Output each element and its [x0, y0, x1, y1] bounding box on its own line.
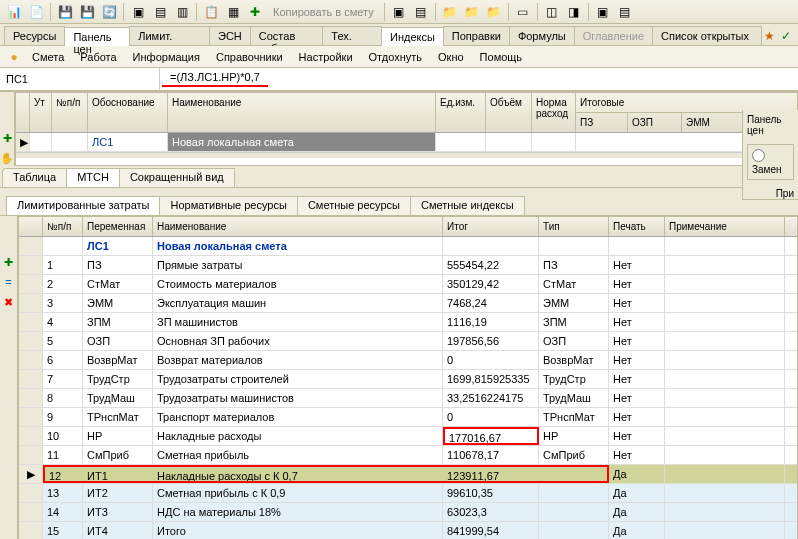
doc-icon[interactable]: 📄 [26, 2, 46, 22]
tab-formulas[interactable]: Формулы [509, 26, 575, 45]
menubar: ● Смета Работа Информация Справочники На… [0, 46, 798, 68]
cell-reference[interactable]: ПС1 [0, 68, 160, 90]
price-panel: Панель цен Замен При [742, 110, 798, 200]
formula-value[interactable]: =(ЛЗ.ЛС1.НР)*0,7 [162, 69, 268, 87]
tab-estimate-resources[interactable]: Сметные ресурсы [297, 196, 411, 215]
table-row[interactable]: 14 ИТ3 НДС на материалы 18% 63023,3 Да [19, 503, 797, 522]
lcol-pechat[interactable]: Печать [609, 217, 665, 236]
col-obosn[interactable]: Обоснование [88, 93, 168, 132]
star-icon[interactable]: ★ [761, 26, 778, 46]
price-panel-title: Панель цен [747, 114, 794, 136]
upper-grid-header: Ут №п/п Обоснование Наименование Ед.изм.… [16, 93, 798, 133]
equals-icon[interactable]: = [2, 276, 16, 290]
table-row[interactable]: 4 ЗПМ ЗП машинистов 1116,19 ЗПМ Нет [19, 313, 797, 332]
menu-window[interactable]: Окно [430, 49, 472, 65]
apply-button[interactable]: При [747, 188, 794, 199]
table-row[interactable]: 15 ИТ4 Итого 841999,54 Да [19, 522, 797, 539]
tab-open-windows[interactable]: Список открытых окон [652, 26, 762, 45]
lcol-tip[interactable]: Тип [539, 217, 609, 236]
col-ut[interactable]: Ут [30, 93, 52, 132]
add-icon[interactable]: ✚ [245, 2, 265, 22]
add-icon[interactable]: ✚ [2, 256, 16, 270]
extra2-icon[interactable]: ▤ [615, 2, 635, 22]
copy-to-estimate-label: Копировать в смету [267, 6, 380, 18]
table-row[interactable]: 8 ТрудМаш Трудозатраты машинистов 33,251… [19, 389, 797, 408]
lcol-naim[interactable]: Наименование [153, 217, 443, 236]
menu-info[interactable]: Информация [125, 49, 208, 65]
col-edizm[interactable]: Ед.изм. [436, 93, 486, 132]
col-pz[interactable]: ПЗ [576, 113, 628, 132]
col-npp[interactable]: №п/п [52, 93, 88, 132]
hand-icon[interactable]: ✋ [0, 152, 14, 166]
tab-price-panel[interactable]: Панель цен [64, 27, 130, 46]
table-row[interactable]: 1 ПЗ Прямые затраты 555454,22 ПЗ Нет [19, 256, 797, 275]
lcol-itog[interactable]: Итог [443, 217, 539, 236]
col-ozp[interactable]: ОЗП [628, 113, 682, 132]
cascade-icon[interactable]: ▭ [513, 2, 533, 22]
folder2-icon[interactable]: 📁 [462, 2, 482, 22]
section-ls: ЛС1 [83, 237, 153, 255]
table-row[interactable]: 13 ИТ2 Сметная прибыль с К 0,9 99610,35 … [19, 484, 797, 503]
tab-indexes[interactable]: Индексы [381, 27, 444, 46]
col-emm[interactable]: ЭММ [682, 113, 744, 132]
table-row[interactable]: 2 СтМат Стоимость материалов 350129,42 С… [19, 275, 797, 294]
lower-grid-header: №п/п Переменная Наименование Итог Тип Пе… [19, 217, 797, 237]
action3-icon[interactable]: ▥ [172, 2, 192, 22]
folder1-icon[interactable]: 📁 [440, 2, 460, 22]
table-row[interactable]: 11 СмПриб Сметная прибыль 110678,17 СмПр… [19, 446, 797, 465]
menu-smeta[interactable]: Смета [24, 49, 72, 65]
table-row[interactable]: ▶ 12 ИТ1 Накладные расходы с К 0,7 12391… [19, 465, 797, 484]
menu-references[interactable]: Справочники [208, 49, 291, 65]
tab-work-composition[interactable]: Состав работ [250, 26, 324, 45]
replace-checkbox[interactable]: Замен [752, 153, 782, 175]
col-naim[interactable]: Наименование [168, 93, 436, 132]
grid-icon[interactable]: ▦ [223, 2, 243, 22]
section-row[interactable]: ЛС1 Новая локальная смета [19, 237, 797, 256]
tab-estimate-indexes[interactable]: Сметные индексы [410, 196, 525, 215]
tab-table[interactable]: Таблица [2, 168, 67, 187]
detail-tabs: Лимитированные затраты Нормативные ресур… [0, 194, 798, 216]
extra1-icon[interactable]: ▣ [593, 2, 613, 22]
col-norma[interactable]: Норма расход [532, 93, 576, 132]
delete-icon[interactable]: ✖ [2, 296, 16, 310]
tab-contents[interactable]: Оглавление [574, 26, 653, 45]
tab-resources[interactable]: Ресурсы [4, 26, 65, 45]
table-row[interactable]: 7 ТрудСтр Трудозатраты строителей 1699,8… [19, 370, 797, 389]
lcol-npp[interactable]: №п/п [43, 217, 83, 236]
split-icon[interactable]: ◫ [542, 2, 562, 22]
folder3-icon[interactable]: 📁 [484, 2, 504, 22]
view-tabs: Таблица МТСН Сокращенный вид [0, 166, 798, 188]
action2-icon[interactable]: ▤ [150, 2, 170, 22]
btn-b-icon[interactable]: ▤ [411, 2, 431, 22]
check-icon[interactable]: ✓ [778, 26, 795, 46]
arrange-icon[interactable]: ◨ [564, 2, 584, 22]
tab-mtsn[interactable]: МТСН [66, 168, 120, 187]
tab-normative-resources[interactable]: Нормативные ресурсы [159, 196, 297, 215]
action1-icon[interactable]: ▣ [128, 2, 148, 22]
save2-icon[interactable]: 💾 [77, 2, 97, 22]
btn-a-icon[interactable]: ▣ [389, 2, 409, 22]
tab-short-view[interactable]: Сокращенный вид [119, 168, 235, 187]
table-row[interactable]: 3 ЭММ Эксплуатация машин 7468,24 ЭММ Нет [19, 294, 797, 313]
save-icon[interactable]: 💾 [55, 2, 75, 22]
table-row[interactable]: 10 НР Накладные расходы 177016,67 НР Нет [19, 427, 797, 446]
table-row[interactable]: 9 ТРнспМат Транспорт материалов 0 ТРнспМ… [19, 408, 797, 427]
menu-rest[interactable]: Отдохнуть [361, 49, 431, 65]
col-obem[interactable]: Объём [486, 93, 532, 132]
lcol-prim[interactable]: Примечание [665, 217, 785, 236]
lcol-perem[interactable]: Переменная [83, 217, 153, 236]
tab-limit-costs[interactable]: Лимит. затраты [129, 26, 210, 45]
add-row-icon[interactable]: ✚ [0, 132, 14, 146]
menu-settings[interactable]: Настройки [291, 49, 361, 65]
table-icon[interactable]: 📋 [201, 2, 221, 22]
table-row[interactable]: 5 ОЗП Основная ЗП рабочих 197856,56 ОЗП … [19, 332, 797, 351]
refresh-icon[interactable]: 🔄 [99, 2, 119, 22]
excel-icon[interactable]: 📊 [4, 2, 24, 22]
tab-limited-costs[interactable]: Лимитированные затраты [6, 196, 160, 215]
table-row[interactable]: 6 ВозврМат Возврат материалов 0 ВозврМат… [19, 351, 797, 370]
tab-tech-part[interactable]: Тех. часть [322, 26, 382, 45]
menu-help[interactable]: Помощь [472, 49, 531, 65]
tab-corrections[interactable]: Поправки [443, 26, 510, 45]
upper-grid-row[interactable]: ▶ ЛС1 Новая локальная смета [16, 133, 798, 152]
tab-esn[interactable]: ЭСН [209, 26, 251, 45]
